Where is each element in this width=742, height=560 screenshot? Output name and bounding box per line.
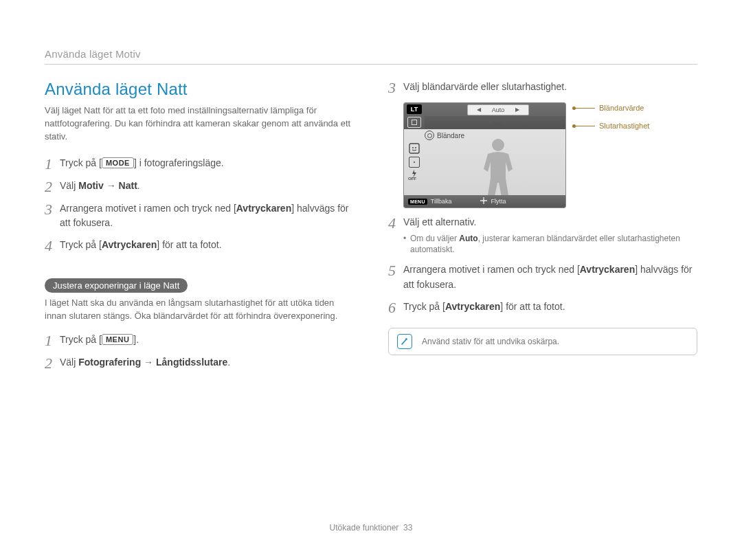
selector-value: Auto: [488, 107, 508, 113]
camera-screen-wrapper: LT ◀ Auto ▶ Auto: [403, 102, 697, 208]
callout-aperture: Bländarvärde: [574, 104, 649, 112]
steps-a: 1 Tryck på [MODE] i fotograferingsläge. …: [45, 156, 354, 254]
callout-labels: Bländarvärde Slutarhastighet: [574, 102, 649, 130]
step-1: 1 Tryck på [MODE] i fotograferingsläge.: [45, 156, 354, 172]
step-c5: 5 Arrangera motivet i ramen och tryck ne…: [388, 262, 697, 292]
header-divider: [45, 64, 697, 65]
step-text: Välj Fotografering → Långtidsslutare.: [60, 355, 354, 370]
manual-page: Använda läget Motiv Använda läget Natt V…: [0, 0, 742, 560]
flash-off-icon: OFF: [408, 170, 416, 175]
step-number: 4: [388, 216, 403, 231]
step-4: 4 Tryck på [Avtryckaren] för att ta foto…: [45, 238, 354, 254]
steps-b: 1 Tryck på [MENU]. 2 Välj Fotografering …: [45, 333, 354, 371]
info-note: Använd stativ för att undvika oskärpa.: [388, 328, 697, 355]
lcd-bottom-bar: MENU Tillbaka Flytta: [404, 195, 565, 208]
step-number: 3: [388, 80, 403, 96]
info-icon: [397, 334, 412, 349]
step-number: 1: [45, 157, 60, 172]
value-selector: ◀ Auto ▶: [467, 104, 529, 115]
subject-silhouette: [467, 135, 529, 203]
step-note: Om du väljer Auto, justerar kameran blän…: [403, 233, 697, 256]
face-detection-icon: [409, 143, 420, 154]
step-text: Tryck på [MENU].: [60, 333, 354, 348]
camera-lcd: LT ◀ Auto ▶ Auto: [403, 102, 566, 208]
step-b1: 1 Tryck på [MENU].: [45, 333, 354, 348]
af-point-icon: [409, 157, 420, 168]
step-text: Arrangera motivet i ramen och tryck ned …: [60, 201, 354, 231]
step-text: Tryck på [Avtryckaren] för att ta fotot.: [60, 238, 354, 253]
svg-point-4: [482, 199, 484, 201]
footer-page-number: 33: [403, 523, 412, 533]
step-2: 2 Välj Motiv → Natt.: [45, 179, 354, 194]
step-b2: 2 Välj Fotografering → Långtidsslutare.: [45, 355, 354, 371]
step-text: Välj ett alternativ. Om du väljer Auto, …: [403, 215, 697, 256]
step-number: 2: [45, 179, 60, 194]
menu-button-label: MENU: [102, 334, 133, 345]
menu-chip: MENU: [408, 199, 427, 205]
subsection-pill: Justera exponeringar i läge Natt: [45, 278, 188, 293]
back-label: Tillbaka: [431, 198, 452, 205]
chevron-left-icon: ◀: [469, 107, 488, 113]
mode-button-label: MODE: [102, 157, 134, 168]
page-footer: Utökade funktioner 33: [45, 523, 697, 533]
aperture-icon: [425, 131, 434, 140]
step-text: Tryck på [MODE] i fotograferingsläge.: [60, 156, 354, 171]
shutter-value: Auto: [488, 120, 508, 126]
note-text: Använd stativ för att undvika oskärpa.: [422, 337, 559, 346]
callout-shutter: Slutarhastighet: [574, 122, 649, 130]
step-c6: 6 Tryck på [Avtryckaren] för att ta foto…: [388, 300, 697, 315]
step-c4: 4 Välj ett alternativ. Om du väljer Auto…: [388, 215, 697, 256]
left-column: Använda läget Natt Välj läget Natt för a…: [45, 80, 354, 523]
step-text: Välj Motiv → Natt.: [60, 179, 354, 194]
step-c3: 3 Välj bländarvärde eller slutarhastighe…: [388, 80, 697, 96]
svg-point-2: [415, 147, 416, 148]
svg-point-3: [414, 161, 415, 163]
step-number: 5: [388, 263, 403, 278]
footer-section: Utökade funktioner: [330, 523, 399, 533]
step-3: 3 Arrangera motivet i ramen och tryck ne…: [45, 201, 354, 231]
lt-badge: LT: [407, 104, 422, 114]
lcd-row-shutter-value: Auto: [425, 116, 565, 129]
intro-paragraph: Välj läget Natt för att ta ett foto med …: [45, 104, 354, 144]
step-number: 1: [45, 333, 60, 348]
step-number: 6: [388, 300, 403, 315]
right-column: 3 Välj bländarvärde eller slutarhastighe…: [388, 80, 697, 523]
nav-icon: [480, 197, 488, 206]
step-text: Välj bländarvärde eller slutarhastighet.: [403, 80, 697, 95]
step-text: Arrangera motivet i ramen och tryck ned …: [403, 262, 697, 292]
chevron-right-icon: ▶: [508, 107, 527, 113]
section-title: Använda läget Natt: [45, 80, 354, 99]
value-display: Auto: [467, 117, 529, 128]
step-number: 2: [45, 356, 60, 371]
resolution-icon: [407, 117, 421, 128]
svg-rect-0: [409, 144, 419, 153]
running-header: Använda läget Motiv: [45, 48, 697, 60]
subsection-description: I läget Natt ska du använda en långsam s…: [45, 297, 354, 323]
aperture-label: Bländare: [425, 131, 464, 140]
lcd-row-aperture-value: ◀ Auto ▶: [425, 103, 565, 116]
two-column-layout: Använda läget Natt Välj läget Natt för a…: [45, 80, 697, 523]
step-text: Tryck på [Avtryckaren] för att ta fotot.: [403, 300, 697, 315]
move-label: Flytta: [491, 198, 506, 205]
step-number: 4: [45, 238, 60, 254]
steps-c: 3 Välj bländarvärde eller slutarhastighe…: [388, 80, 697, 315]
svg-point-1: [412, 147, 414, 148]
step-number: 3: [45, 202, 60, 217]
